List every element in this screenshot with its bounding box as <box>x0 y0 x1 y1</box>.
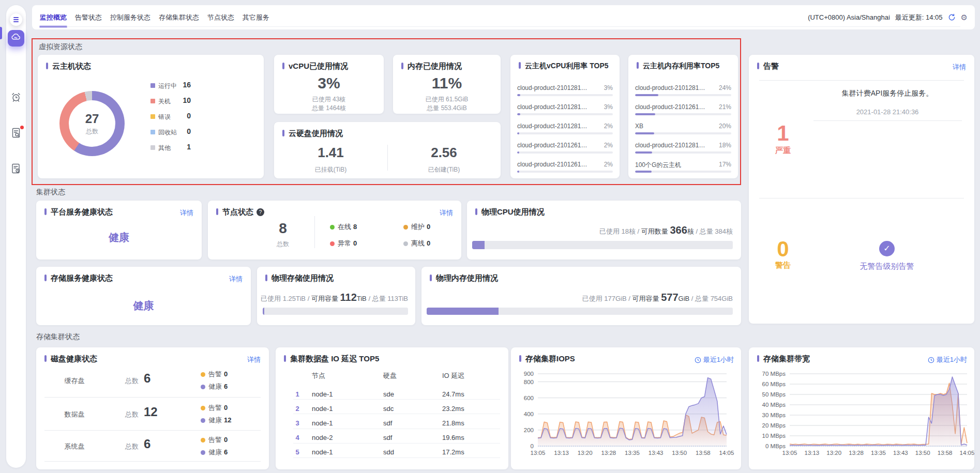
check-icon: ✓ <box>879 241 895 256</box>
divider <box>759 198 964 199</box>
divider <box>44 397 261 398</box>
platform-health-status: 健康 <box>36 231 202 245</box>
svg-text:0: 0 <box>531 443 534 449</box>
section-storage-cluster: 存储集群状态 <box>36 332 80 342</box>
alarm-title: 告警 <box>757 62 779 71</box>
svg-text:13:20: 13:20 <box>578 450 593 456</box>
sidebar-item-alarm[interactable] <box>10 91 22 103</box>
last-update-label: 最近更新: 14:05 <box>895 13 943 22</box>
svg-text:14:05: 14:05 <box>960 450 974 456</box>
timezone-label: (UTC+0800) Asia/Shanghai <box>808 13 890 21</box>
alarm-message[interactable]: 集群计费API服务停止服务。 <box>810 89 965 98</box>
svg-text:13:50: 13:50 <box>915 450 930 456</box>
tab-storage-cluster-status[interactable]: 存储集群状态 <box>158 5 200 29</box>
storage-health-title: 存储服务健康状态 <box>44 273 113 283</box>
svg-text:13:58: 13:58 <box>696 450 711 456</box>
io-latency-title: 集群数据盘 IO 延迟 TOP5 <box>284 354 379 364</box>
disk-health-detail-link[interactable]: 详情 <box>247 355 261 364</box>
disk-row-healthy: 健康12 <box>201 416 231 425</box>
storage-health-detail-link[interactable]: 详情 <box>229 274 243 284</box>
top5-row: 100个G的云主机17% <box>635 161 731 175</box>
physical-memory-title: 物理内存使用情况 <box>430 273 498 283</box>
disk-created-label: 已创建(TiB) <box>387 165 501 174</box>
node-legend-maintenance: 维护0 <box>403 222 430 232</box>
memory-usage-title: 内存已使用情况 <box>401 62 462 71</box>
vcpu-usage-title: vCPU已使用情况 <box>282 62 348 71</box>
bandwidth-chart: 0 MBps10 MBps20 MBps30 MBps40 MBps50 MBp… <box>749 347 974 469</box>
tab-monitor-overview[interactable]: 监控概览 <box>39 5 67 29</box>
svg-text:200: 200 <box>524 427 534 433</box>
disk-row-name: 数据盘 <box>56 410 93 419</box>
disk-row-total: 6 <box>144 371 150 386</box>
platform-health-detail-link[interactable]: 详情 <box>180 208 193 218</box>
iops-range-link[interactable]: 最近1小时 <box>695 355 734 364</box>
disk-row-name: 缓存盘 <box>56 376 93 386</box>
memory-total: 总量 553.4GiB <box>393 104 501 113</box>
bandwidth-range-link[interactable]: 最近1小时 <box>928 355 967 364</box>
legend-swatch <box>150 114 155 119</box>
tab-bar: 监控概览 告警状态 控制服务状态 存储集群状态 节点状态 其它服务 <box>39 5 270 29</box>
divider <box>44 461 261 462</box>
node-status-detail-link[interactable]: 详情 <box>440 208 453 218</box>
sidebar-item-monitor-overview[interactable] <box>8 30 24 47</box>
platform-health-card: 平台服务健康状态 详情 健康 <box>36 201 202 260</box>
platform-health-title: 平台服务健康状态 <box>44 207 113 217</box>
physical-memory-card: 物理内存使用情况 已使用 177GiB / 可用容量 577GiB / 总量 7… <box>421 267 741 325</box>
svg-text:600: 600 <box>524 395 534 401</box>
physical-memory-stats: 已使用 177GiB / 可用容量 577GiB / 总量 754GiB <box>582 292 733 303</box>
alarm-time: 2021-01-28 21:40:36 <box>810 108 965 116</box>
vcpu-top5-card: 云主机vCPU利用率 TOP5 cloud-product-2101281…3%… <box>510 55 620 178</box>
vcpu-top5-title: 云主机vCPU利用率 TOP5 <box>519 62 609 71</box>
disk-row-name: 系统盘 <box>56 442 93 451</box>
tab-other-services[interactable]: 其它服务 <box>242 5 270 29</box>
clock-icon <box>695 357 701 363</box>
svg-text:20 MBps: 20 MBps <box>762 422 786 429</box>
node-total-label: 总数 <box>260 240 306 249</box>
svg-text:13:13: 13:13 <box>554 450 569 456</box>
tab-alarm-status[interactable]: 告警状态 <box>74 5 102 29</box>
disk-created-value: 2.56 <box>387 145 501 161</box>
settings-gear-icon[interactable]: ⚙ <box>961 13 968 22</box>
menu-toggle-button[interactable] <box>10 13 22 26</box>
node-legend-offline: 离线0 <box>403 239 430 248</box>
svg-text:13:35: 13:35 <box>625 450 640 456</box>
tab-control-service-status[interactable]: 控制服务状态 <box>110 5 151 29</box>
section-cluster-status: 集群状态 <box>36 188 65 197</box>
clock-icon <box>928 357 934 363</box>
notification-badge <box>20 126 24 129</box>
row-rank: 1 <box>293 390 301 398</box>
memory-top5-title: 云主机内存利用率TOP5 <box>637 62 719 71</box>
storage-bandwidth-card: 0 MBps10 MBps20 MBps30 MBps40 MBps50 MBp… <box>749 347 974 469</box>
disk-row-alarm: 告警0 <box>201 403 228 413</box>
node-status-card: 节点状态? 详情 8 总数 在线8 维护0 异常0 离线0 <box>208 201 461 260</box>
sidebar-item-report[interactable] <box>10 162 22 175</box>
top5-row: cloud-product-2101281…24% <box>635 84 731 99</box>
vm-status-title: 云主机状态 <box>46 62 91 71</box>
top5-row: cloud-product-2101261…2% <box>517 142 613 156</box>
vm-legend-item: 运行中 16 <box>150 80 191 92</box>
svg-text:10 MBps: 10 MBps <box>762 433 786 439</box>
legend-swatch <box>150 145 155 150</box>
svg-text:13:28: 13:28 <box>601 450 616 456</box>
section-virtual-resources: 虚拟资源状态 <box>39 42 82 52</box>
top5-row: cloud-product-2101281…2% <box>517 123 613 137</box>
top-bar: 监控概览 告警状态 控制服务状态 存储集群状态 节点状态 其它服务 (UTC+0… <box>32 5 975 29</box>
disk-row-alarm: 告警0 <box>201 435 228 445</box>
memory-top5-card: 云主机内存利用率TOP5 cloud-product-2101281…24% c… <box>628 55 738 178</box>
sidebar-item-inspection[interactable] <box>10 127 22 139</box>
svg-text:70 MBps: 70 MBps <box>762 371 786 377</box>
tab-node-status[interactable]: 节点状态 <box>207 5 235 29</box>
svg-text:800: 800 <box>524 379 534 385</box>
disk-row-total: 12 <box>144 405 158 419</box>
physical-cpu-progressbar <box>472 241 733 249</box>
alarm-detail-link[interactable]: 详情 <box>953 63 966 72</box>
vm-total-value: 27 <box>85 112 99 126</box>
divider <box>44 430 261 431</box>
help-icon[interactable]: ? <box>257 208 264 216</box>
divider <box>314 216 315 248</box>
legend-swatch <box>150 99 155 103</box>
alarm-card: 告警 详情 集群计费API服务停止服务。 2021-01-28 21:40:36… <box>749 55 974 324</box>
memory-usage-card: 内存已使用情况 11% 已使用 61.5GiB 总量 553.4GiB <box>393 55 501 114</box>
refresh-icon[interactable] <box>948 13 956 21</box>
vcpu-used: 已使用 43核 <box>274 95 384 104</box>
